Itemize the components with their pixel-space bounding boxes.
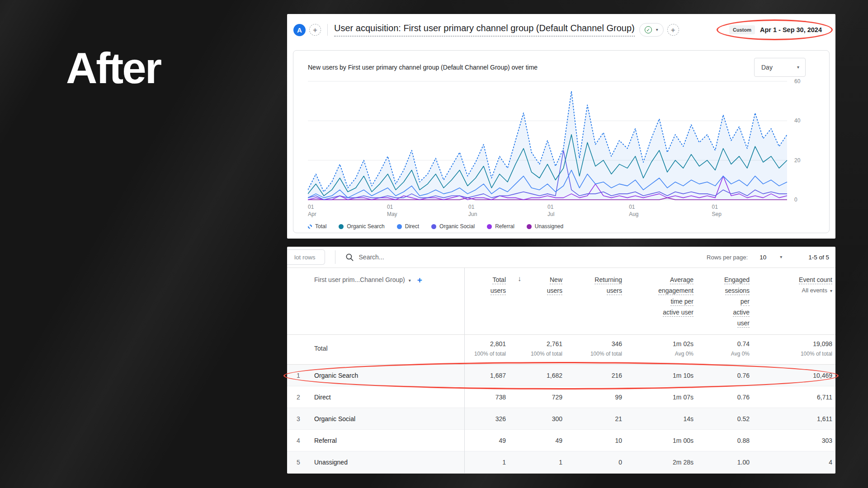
sort-descending-icon[interactable]: ↓ — [518, 275, 521, 283]
ga-report-panel: A + User acquisition: First user primary… — [287, 14, 835, 239]
channel-name: Organic Social — [314, 415, 355, 422]
chevron-down-icon: ▾ — [656, 28, 658, 32]
pagination-range: 1-5 of 5 — [808, 254, 829, 261]
metric-value: 1,687 — [465, 365, 506, 386]
legend-label: Total — [315, 223, 326, 230]
legend-item-direct[interactable]: Direct — [397, 223, 419, 230]
column-header-new-users[interactable]: Newusers — [506, 268, 562, 334]
analytics-avatar[interactable]: A — [293, 24, 306, 36]
date-range-custom-badge: Custom — [729, 25, 755, 34]
rows-per-page-select[interactable]: 10 ▾ — [760, 254, 782, 261]
plot-rows-button[interactable]: lot rows — [287, 249, 325, 265]
event-scope-select[interactable]: All events▾ — [750, 285, 832, 296]
column-header-line: Total — [492, 276, 506, 284]
channel-name: Organic Search — [314, 372, 358, 379]
table-row-organic-social[interactable]: 3Organic Social3263002114s0.521,611 — [287, 408, 835, 430]
y-axis-tick: 40 — [794, 117, 801, 124]
chevron-down-icon: ▾ — [797, 65, 799, 70]
table-row-organic-search[interactable]: 1Organic Search1,6871,6822161m 10s0.7610… — [287, 365, 835, 386]
column-header-total-users[interactable]: Totalusers — [465, 268, 506, 334]
metric-value: 99 — [562, 386, 622, 408]
metric-value: 300 — [506, 408, 562, 430]
legend-item-unassigned[interactable]: Unassigned — [527, 223, 563, 230]
add-dimension-icon[interactable]: + — [417, 275, 422, 285]
column-header-returning-users[interactable]: Returningusers — [562, 268, 622, 334]
column-header-average-engagement-time-per-active-user[interactable]: Averageengagementtime peractive user — [622, 268, 693, 334]
metric-value: 303 — [750, 430, 832, 451]
metric-value: 0.52 — [693, 408, 750, 430]
x-axis-tick-day: 01 — [468, 204, 475, 210]
legend-dot-icon — [339, 224, 344, 229]
x-axis-tick-day: 01 — [308, 204, 314, 210]
channel-cell: 2Direct — [287, 386, 465, 408]
legend-item-referral[interactable]: Referral — [487, 223, 514, 230]
granularity-select[interactable]: Day ▾ — [754, 58, 806, 77]
x-axis-tick-day: 01 — [712, 204, 718, 210]
legend-item-organic-social[interactable]: Organic Social — [431, 223, 475, 230]
granularity-value: Day — [761, 64, 773, 71]
column-header-line: time per — [670, 298, 693, 306]
row-number: 1 — [297, 372, 300, 379]
add-report-icon[interactable]: + — [667, 24, 679, 36]
column-header-event-count[interactable]: Event countAll events▾ — [750, 268, 832, 334]
column-header-line: active — [733, 309, 750, 317]
metric-value: 1.00 — [693, 451, 750, 473]
total-value-main: 19,098 — [750, 340, 832, 347]
metric-value: 729 — [506, 386, 562, 408]
column-header-line: Event count — [799, 276, 832, 284]
table-row-unassigned[interactable]: 5Unassigned1102m 28s1.004 — [287, 451, 835, 473]
total-value-main: 1m 02s — [622, 340, 693, 347]
report-status-pill[interactable]: ✓ ▾ — [639, 23, 664, 37]
dimension-header[interactable]: First user prim...Channel Group)▾+ — [287, 268, 465, 334]
x-axis-tick-month: Aug — [629, 211, 638, 217]
chevron-down-icon: ▾ — [830, 288, 832, 293]
table-row-direct[interactable]: 2Direct738729991m 07s0.766,711 — [287, 386, 835, 408]
metric-value: 1 — [506, 451, 562, 473]
chart-title: New users by First user primary channel … — [308, 64, 538, 71]
column-header-line: New — [550, 276, 562, 284]
legend-item-organic-search[interactable]: Organic Search — [339, 223, 384, 230]
row-number: 3 — [297, 415, 300, 422]
add-comparison-icon[interactable]: + — [309, 24, 321, 36]
search-box[interactable]: Search... — [345, 253, 384, 262]
search-placeholder: Search... — [359, 253, 384, 261]
column-header-engaged-sessions-per-active-user[interactable]: Engagedsessionsperactiveuser — [693, 268, 750, 334]
metric-value: 1,682 — [506, 365, 562, 386]
chart-svg: 604020001Apr01May01Jun01Jul01Aug01Sep — [308, 78, 828, 219]
legend-label: Direct — [405, 223, 419, 230]
total-value: 2,801100% of total — [465, 335, 506, 364]
date-range-text: Apr 1 - Sep 30, 2024 — [760, 26, 822, 33]
column-header-line: per — [741, 298, 750, 306]
rows-per-page-label: Rows per page: — [707, 254, 748, 261]
metric-value: 0 — [562, 451, 622, 473]
legend-item-total[interactable]: Total — [308, 223, 326, 230]
table-row-referral[interactable]: 4Referral4949101m 00s0.88303 — [287, 430, 835, 451]
column-header-line: users — [491, 287, 506, 295]
row-number: 2 — [297, 394, 300, 401]
channel-name: Referral — [314, 437, 337, 444]
channel-table: First user prim...Channel Group)▾+Totalu… — [287, 268, 835, 473]
pagination-controls: Rows per page: 10 ▾ 1-5 of 5 — [707, 254, 831, 261]
rows-per-page-value: 10 — [760, 254, 766, 261]
metric-value: 0.76 — [693, 365, 750, 386]
after-label: After — [66, 43, 160, 93]
x-axis-tick-day: 01 — [629, 204, 635, 210]
metric-value: 326 — [465, 408, 506, 430]
y-axis-tick: 20 — [794, 157, 801, 164]
column-header-line: Average — [670, 276, 693, 284]
metric-value: 14s — [622, 408, 693, 430]
metric-value: 738 — [465, 386, 506, 408]
legend-dot-icon — [487, 224, 492, 229]
legend-dot-icon — [527, 224, 532, 229]
chevron-down-icon: ▾ — [780, 255, 782, 259]
report-title[interactable]: User acquisition: First user primary cha… — [334, 23, 635, 37]
total-value-sub: 100% of total — [750, 351, 832, 357]
date-range-picker[interactable]: Custom Apr 1 - Sep 30, 2024 — [722, 21, 829, 38]
metric-value: 10 — [562, 430, 622, 451]
total-value-main: 2,801 — [465, 340, 506, 347]
channel-cell: 1Organic Search — [287, 365, 465, 386]
total-value: 2,761100% of total — [506, 335, 562, 364]
chevron-down-icon[interactable]: ▾ — [409, 278, 411, 283]
column-header-line: Returning — [594, 276, 622, 284]
total-value-sub: Avg 0% — [622, 351, 693, 357]
